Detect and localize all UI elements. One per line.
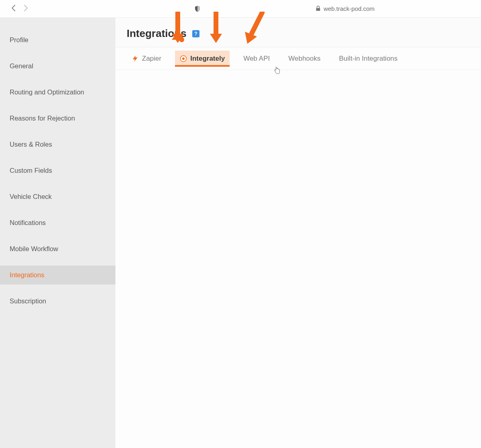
bolt-icon [132,55,139,62]
sidebar-item-label: Routing and Optimization [10,88,84,96]
tab-label: Webhooks [288,55,321,63]
tab-web-api[interactable]: Web API [238,51,275,67]
tab-label: Integrately [190,55,225,63]
svg-rect-0 [316,8,320,11]
browser-bar: web.track-pod.com [0,0,481,18]
sidebar-item-label: Notifications [10,219,46,226]
sidebar-item-label: Custom Fields [10,167,52,174]
forward-button[interactable] [23,4,28,13]
sidebar-item-label: Subscription [10,297,46,305]
lock-icon [316,6,321,11]
tab-zapier[interactable]: Zapier [127,51,166,67]
sidebar-item-label: Users & Roles [10,141,52,148]
sidebar-item-mobile-workflow[interactable]: Mobile Workflow [0,239,115,258]
tab-label: Web API [243,55,270,63]
svg-point-2 [182,57,185,60]
address-bar[interactable]: web.track-pod.com [209,0,481,18]
sidebar-item-custom-fields[interactable]: Custom Fields [0,161,115,180]
sidebar-item-label: Profile [10,36,29,43]
tab-builtin-integrations[interactable]: Built-in Integrations [334,51,403,67]
tab-label: Zapier [142,55,161,63]
sidebar-item-general[interactable]: General [0,57,115,76]
sidebar-item-profile[interactable]: Profile [0,31,115,49]
tab-webhooks[interactable]: Webhooks [284,51,325,67]
help-icon[interactable]: ? [192,30,199,37]
page-header: Integrations ? [115,18,481,47]
tab-label: Built-in Integrations [339,55,398,63]
sidebar-item-routing[interactable]: Routing and Optimization [0,83,115,102]
sidebar-item-integrations[interactable]: Integrations [0,266,115,284]
integration-tabs: Zapier Integrately Web API Webhoo [115,47,481,70]
sidebar-item-label: Mobile Workflow [10,245,58,252]
sidebar-item-notifications[interactable]: Notifications [0,213,115,232]
sidebar-item-subscription[interactable]: Subscription [0,292,115,311]
tracking-shield-icon[interactable] [194,5,201,12]
sidebar-item-rejection[interactable]: Reasons for Rejection [0,109,115,128]
settings-sidebar: Profile General Routing and Optimization… [0,18,115,448]
main-panel: Integrations ? [115,18,481,448]
sidebar-item-label: General [10,62,33,70]
sidebar-item-label: Vehicle Check [10,193,52,200]
url-text: web.track-pod.com [324,5,375,12]
sidebar-item-users[interactable]: Users & Roles [0,135,115,154]
sidebar-item-label: Reasons for Rejection [10,115,75,122]
sidebar-item-vehicle-check[interactable]: Vehicle Check [0,187,115,206]
cursor-pointer-icon [274,67,280,74]
nav-arrows [11,4,28,13]
sidebar-item-label: Integrations [10,271,44,278]
integrately-icon [180,55,187,62]
page-title: Integrations [127,27,187,40]
back-button[interactable] [11,4,16,13]
tab-integrately[interactable]: Integrately [175,51,230,67]
